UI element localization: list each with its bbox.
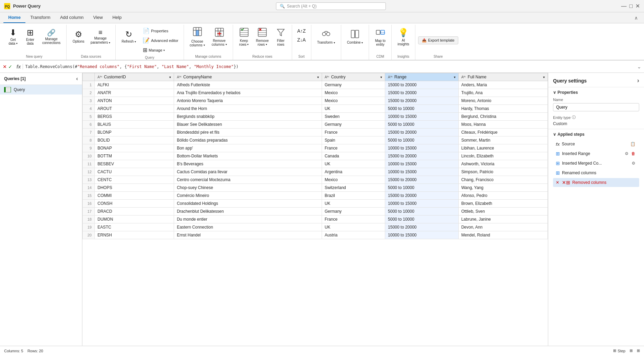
query-item[interactable]: Query [0, 85, 82, 95]
cell-country: Brazil [322, 192, 385, 200]
tab-home[interactable]: Home [3, 12, 25, 23]
remove-rows-button[interactable]: Removerows ▾ [253, 25, 272, 49]
export-template-button[interactable]: 📤 Export template [418, 36, 458, 44]
tab-add-column[interactable]: Add column [55, 12, 89, 23]
cell-range: 15000 to 20000 [385, 152, 459, 160]
ai-insights-button[interactable]: 💡 AIinsights [394, 25, 412, 49]
formula-cancel-button[interactable]: ✕ [3, 64, 7, 69]
sort-desc-icon: Z↓A [297, 37, 306, 43]
map-to-entity-button[interactable]: CDM Map toentity [372, 25, 389, 49]
tab-transform[interactable]: Transform [25, 12, 55, 23]
row-num: 15 [83, 192, 95, 200]
step-table-x-icon: ✕⊞ [562, 180, 570, 185]
manage-button[interactable]: ⊞ Manage ▾ [140, 45, 181, 55]
maximize-icon[interactable]: □ [629, 3, 633, 9]
ribbon-group-combine: Combine ▾ [341, 25, 369, 60]
table-row[interactable]: 2 ANATR Ana Trujillo Emaredados y helado… [83, 89, 548, 97]
entity-type-label: Entity type [553, 115, 571, 120]
remove-columns-button[interactable]: Removecolumns ▾ [209, 25, 230, 49]
table-row[interactable]: 3 ANTON Antonio Moreno Taqueria Mexico 1… [83, 97, 548, 105]
formula-input[interactable]: Table.RemoveColumns(#"Renamed columns", … [25, 64, 632, 69]
step-inserted-range[interactable]: ⊞Inserted Range⚙🗑 [553, 149, 639, 158]
properties-button[interactable]: 📄 Properties [140, 26, 181, 35]
step-settings-button[interactable]: ⚙ [631, 161, 636, 166]
ribbon-group-reduce-rows: Keeprows ▾ Removerows ▾ Filterrows Reduc… [233, 25, 292, 60]
applied-steps-list: fxSource📋⊞Inserted Range⚙🗑⊞Inserted Merg… [553, 140, 639, 187]
refresh-button[interactable]: ↻ Refresh ▾ [118, 25, 139, 49]
step-renamed-columns[interactable]: ⊞Renamed columns [553, 168, 639, 177]
table-row[interactable]: 18 DUMON Du monde entier France 5000 to … [83, 215, 548, 223]
sort-desc-button[interactable]: Z↓A [295, 36, 308, 44]
manage-connections-icon: 🔗 [47, 29, 56, 36]
col-header-range[interactable]: Aᴮᶜ Range ▾ [385, 73, 459, 81]
column-quality-button[interactable]: ⊞ [630, 349, 633, 353]
col-header-country[interactable]: Aᴮᶜ Country ▾ [322, 73, 385, 81]
table-row[interactable]: 19 EASTC Eastern Connection UK 15000 to … [83, 223, 548, 231]
row-num: 12 [83, 168, 95, 176]
map-to-entity-icon: CDM [376, 27, 385, 38]
combine-button[interactable]: Combine ▾ [344, 25, 366, 49]
tab-view[interactable]: View [89, 12, 108, 23]
formula-expand-button[interactable]: ⌄ [637, 64, 641, 69]
data-grid-wrapper[interactable]: Aᴮᶜ CustomerID ▾ Aᴮᶜ CompanyName ▾ [82, 73, 548, 346]
choose-columns-button[interactable]: Choosecolumns ▾ [187, 25, 208, 49]
table-row[interactable]: 20 ERNSH Ernst Handel Austria 10000 to 1… [83, 231, 548, 239]
step-source[interactable]: fxSource📋 [553, 140, 639, 148]
formula-confirm-button[interactable]: ✓ [8, 64, 12, 69]
step-inserted-merged-co[interactable]: ⊞Inserted Merged Co...⚙ [553, 159, 639, 168]
sort-asc-button[interactable]: A↑Z [295, 27, 308, 35]
table-row[interactable]: 9 BONAP Bon app' France 10000 to 15000 L… [83, 144, 548, 152]
table-row[interactable]: 17 DRACD Drachenblut Delikatessen German… [83, 208, 548, 215]
cell-range: 10000 to 15000 [385, 160, 459, 168]
svg-rect-6 [196, 30, 199, 36]
table-row[interactable]: 5 BERGS Berglunds snabbköp Sweden 10000 … [83, 113, 548, 121]
search-box[interactable]: 🔍 Search (Alt + Q) [276, 2, 386, 10]
keep-rows-button[interactable]: Keeprows ▾ [236, 25, 252, 49]
queries-collapse-button[interactable]: ‹ [76, 76, 78, 82]
transform-button[interactable]: Transform ▾ [314, 25, 338, 49]
step-removed-columns[interactable]: ✕✕⊞Removed columns [553, 178, 639, 187]
cell-companyname: Antonio Moreno Taqueria [174, 97, 322, 105]
cell-fullname: Ottlieb, Sven [458, 208, 548, 215]
table-row[interactable]: 14 DHOPS Chop-suey Chinese Switzerland 5… [83, 184, 548, 192]
ribbon-group-data-sources: ⚙ Options ≡ Manageparameters ▾ Data sour… [67, 25, 116, 60]
advanced-editor-button[interactable]: 📝 Advanced editor [140, 36, 181, 45]
close-icon[interactable]: ✕ [635, 3, 640, 9]
options-button[interactable]: ⚙ Options [69, 25, 87, 49]
table-row[interactable]: 8 BOLID Bólido Comidas preparadas Spain … [83, 136, 548, 144]
table-row[interactable]: 15 COMMI Comércio Mineiro Brazil 15000 t… [83, 192, 548, 200]
name-input[interactable] [553, 103, 639, 111]
step-delete-button[interactable]: 🗑 [630, 151, 636, 156]
minimize-icon[interactable]: — [621, 3, 626, 9]
row-num: 7 [83, 129, 95, 136]
enter-data-button[interactable]: ⊞ Enterdata [22, 25, 38, 49]
col-header-customerid[interactable]: Aᴮᶜ CustomerID ▾ [95, 73, 174, 81]
table-row[interactable]: 7 BLONP Blondesddsl pére et fils France … [83, 129, 548, 136]
table-row[interactable]: 10 BOTTM Bottom-Dollar Markets Canada 15… [83, 152, 548, 160]
properties-section-title: ∨ Properties [553, 90, 639, 95]
table-row[interactable]: 1 ALFKI Alfreds Futterkiste Germany 1500… [83, 81, 548, 89]
table-row[interactable]: 13 CENTC Centro comercial Moctezuma Mexi… [83, 176, 548, 184]
data-panel: Aᴮᶜ CustomerID ▾ Aᴮᶜ CompanyName ▾ [82, 73, 548, 346]
table-row[interactable]: 12 CACTU Cactus Comidas para llevar Arge… [83, 168, 548, 176]
grid-view-button[interactable]: ⊞ [637, 349, 640, 353]
manage-parameters-button[interactable]: ≡ Manageparameters ▾ [88, 25, 113, 49]
table-row[interactable]: 6 BLAUS Blauer See Delikatessen Germany … [83, 121, 548, 129]
step-settings-button[interactable]: ⚙ [624, 151, 630, 156]
cell-companyname: Comércio Mineiro [174, 192, 322, 200]
settings-expand-button[interactable]: › [637, 77, 639, 84]
ribbon-collapse-button[interactable]: ∧ [632, 14, 641, 22]
col-header-companyname[interactable]: Aᴮᶜ CompanyName ▾ [174, 73, 322, 81]
cell-customerid: ALFKI [95, 81, 174, 89]
manage-connections-button[interactable]: 🔗 Manageconnections [39, 25, 64, 49]
table-row[interactable]: 11 BESBEV B's Beverages UK 10000 to 1500… [83, 160, 548, 168]
table-row[interactable]: 16 CONSH Consolidated Holdings UK 10000 … [83, 200, 548, 208]
table-row[interactable]: 4 AROUT Around the Horn UK 5000 to 10000… [83, 105, 548, 113]
col-header-fullname[interactable]: Aᴮᶜ Full Name ▾ [458, 73, 548, 81]
tab-help[interactable]: Help [107, 12, 126, 23]
advanced-editor-icon: 📝 [143, 37, 150, 44]
get-data-button[interactable]: ⬇ Getdata ▾ [5, 25, 21, 49]
step-copy-button[interactable]: 📋 [629, 141, 636, 147]
step-button[interactable]: ⊞ Step [613, 349, 625, 353]
filter-rows-button[interactable]: Filterrows [273, 25, 289, 49]
